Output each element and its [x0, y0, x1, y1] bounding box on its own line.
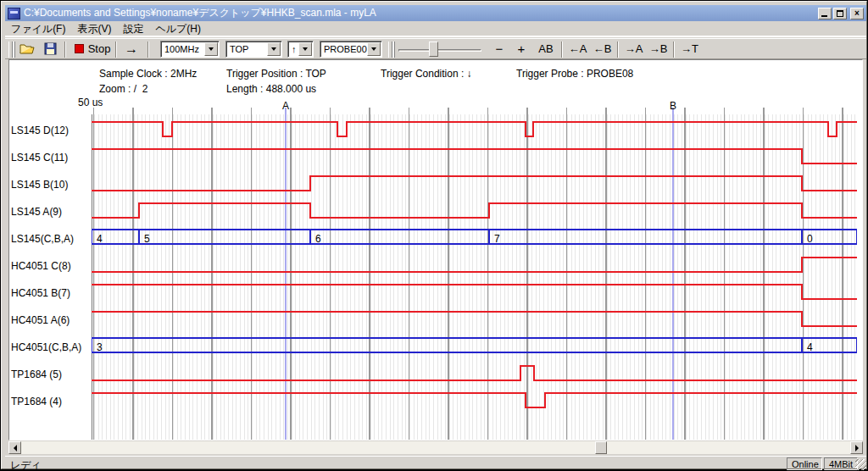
channel-label: LS145(C,B,A)	[11, 233, 92, 245]
info-sample-clock: Sample Clock : 2MHz	[99, 68, 197, 80]
app-icon	[8, 8, 20, 19]
waveform-canvas: 4567034	[92, 114, 857, 440]
close-icon: ×	[854, 9, 860, 18]
info-trigger-position: Trigger Position : TOP	[226, 68, 326, 80]
info-length: Length : 488.000 us	[226, 83, 316, 95]
bus-segment	[92, 338, 802, 352]
triangle-left-icon	[14, 445, 17, 452]
bus-segment	[139, 230, 310, 244]
stop-label: Stop	[88, 42, 111, 55]
bus-segment	[310, 230, 489, 244]
waveform-trace	[92, 258, 857, 272]
bus-value: 3	[97, 341, 103, 353]
zoom-slider-track	[398, 49, 481, 52]
waveform-trace	[92, 312, 857, 326]
bus-value: 4	[97, 233, 103, 245]
stop-button[interactable]: Stop	[71, 39, 114, 58]
plus-icon: +	[518, 42, 526, 56]
close-button[interactable]: ×	[850, 8, 864, 19]
triangle-right-icon	[855, 445, 859, 452]
time-scale-label: 50 us	[78, 97, 103, 108]
zoom-ab-button[interactable]: AB	[534, 39, 558, 58]
open-file-button[interactable]	[17, 39, 39, 58]
channel-label: HC4051 B(7)	[11, 287, 92, 299]
menu-bar: ファイル(F) 表示(V) 設定 ヘルプ(H)	[5, 22, 866, 37]
status-memory-badge: 4MBit	[824, 457, 858, 470]
maximize-button[interactable]	[833, 8, 847, 19]
horizontal-scrollbar[interactable]	[8, 441, 863, 454]
info-trigger-probe: Trigger Probe : PROBE08	[516, 68, 633, 80]
dropdown-button[interactable]	[267, 42, 281, 56]
window-title: C:¥Documents and Settings¥noname¥デスクトップ¥…	[24, 6, 816, 20]
channel-label: TP1684 (5)	[11, 368, 92, 380]
toolbar-separator	[64, 42, 66, 58]
menu-view[interactable]: 表示(V)	[71, 20, 117, 38]
goto-trigger-button[interactable]: →T	[678, 39, 701, 58]
menu-file[interactable]: ファイル(F)	[5, 20, 71, 38]
marker-a-label: A	[281, 100, 291, 112]
minimize-button[interactable]	[818, 8, 832, 19]
menu-settings[interactable]: 設定	[117, 20, 149, 38]
chevron-down-icon	[209, 47, 214, 51]
move-a-left-button[interactable]: ←A	[566, 39, 589, 58]
menu-help[interactable]: ヘルプ(H)	[149, 20, 207, 38]
chevron-down-icon	[271, 47, 276, 51]
toolbar-drag-handle[interactable]	[8, 42, 13, 58]
toolbar-separator	[115, 42, 117, 58]
move-a-right-button[interactable]: →A	[622, 39, 645, 58]
status-ready-text: レディ	[10, 458, 42, 471]
left-arrow-b-icon: ←B	[593, 42, 612, 55]
channel-label: LS145 C(11)	[11, 152, 92, 163]
toolbar-drag-handle[interactable]	[388, 42, 392, 58]
trigger-edge-select[interactable]: ↑	[287, 41, 314, 58]
chevron-down-icon	[303, 47, 308, 51]
scroll-right-button[interactable]	[850, 441, 863, 454]
channel-label: HC4051 C(8)	[11, 260, 92, 272]
waveform-trace	[92, 122, 857, 136]
right-arrow-a-icon: →A	[625, 42, 643, 55]
save-file-button[interactable]	[40, 39, 60, 58]
window-frame: C:¥Documents and Settings¥noname¥デスクトップ¥…	[1, 1, 867, 469]
channel-label: TP1684 (4)	[11, 396, 92, 407]
resize-grip[interactable]	[855, 459, 866, 470]
zoom-slider[interactable]	[397, 41, 483, 58]
sample-clock-select[interactable]: 100MHz	[160, 41, 220, 58]
zoom-slider-thumb[interactable]	[429, 42, 438, 57]
channel-label: HC4051(C,B,A)	[11, 341, 92, 353]
right-arrow-icon: →	[125, 42, 138, 57]
bus-value: 0	[807, 233, 813, 245]
right-arrow-t-icon: →T	[681, 42, 698, 55]
ab-label: AB	[538, 42, 553, 55]
title-bar[interactable]: C:¥Documents and Settings¥noname¥デスクトップ¥…	[5, 5, 866, 21]
zoom-in-button[interactable]: +	[512, 39, 531, 58]
dropdown-button[interactable]	[204, 42, 218, 56]
move-b-left-button[interactable]: ←B	[591, 39, 614, 58]
bus-segment	[489, 230, 802, 244]
scroll-left-button[interactable]	[8, 441, 21, 454]
bus-value: 7	[494, 233, 500, 245]
trigger-probe-select[interactable]: PROBE00	[320, 41, 382, 58]
waveform-trace	[92, 149, 857, 163]
trigger-position-select[interactable]: TOP	[225, 41, 282, 58]
toolbar-separator	[561, 42, 563, 58]
dropdown-button[interactable]	[367, 42, 381, 56]
zoom-out-button[interactable]: −	[490, 39, 509, 58]
app-window: C:¥Documents and Settings¥noname¥デスクトップ¥…	[0, 0, 868, 471]
status-bar: レディ Online 4MBit	[5, 456, 866, 470]
trigger-position-value: TOP	[226, 44, 267, 54]
bus-value: 4	[807, 341, 813, 353]
channel-label: LS145 B(10)	[11, 179, 92, 191]
toolbar: Stop → 100MHz TOP ↑ PROBE00 − + AB	[5, 38, 866, 59]
scrollbar-thumb[interactable]	[595, 441, 607, 454]
left-arrow-a-icon: ←A	[569, 42, 587, 55]
stop-icon	[75, 44, 84, 53]
waveform-trace	[92, 285, 857, 299]
dropdown-button[interactable]	[298, 42, 312, 56]
trigger-edge-value: ↑	[288, 44, 298, 54]
move-b-right-button[interactable]: →B	[647, 39, 670, 58]
single-run-button[interactable]: →	[120, 39, 142, 58]
bus-value: 5	[144, 233, 150, 245]
waveform-trace	[92, 203, 857, 218]
waveform-trace	[92, 393, 857, 407]
open-folder-icon	[19, 42, 36, 55]
